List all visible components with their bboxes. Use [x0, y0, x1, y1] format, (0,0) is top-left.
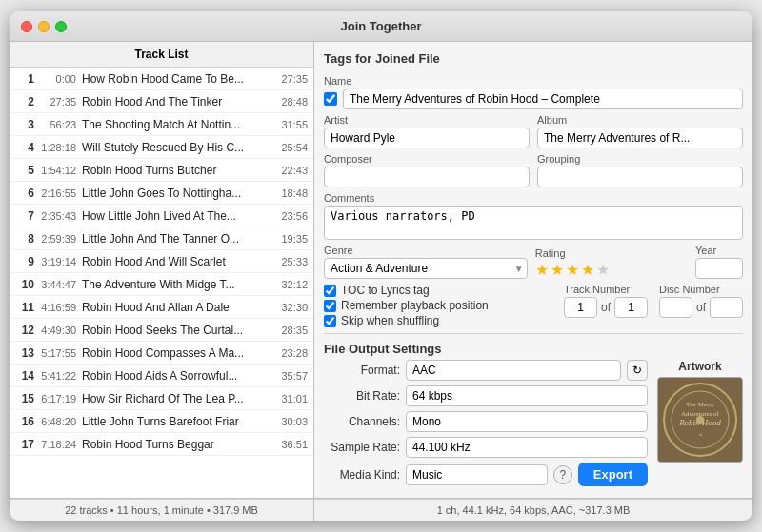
media-kind-select[interactable]: Music: [406, 464, 548, 485]
artist-input[interactable]: [324, 128, 530, 148]
composer-field-group: Composer: [324, 153, 530, 187]
track-row[interactable]: 1 0:00 How Robin Hood Came To Be... 27:3…: [10, 68, 313, 90]
bitrate-select[interactable]: 64 kbps: [406, 385, 648, 406]
track-start-time: 0:00: [34, 73, 82, 85]
output-left: Format: AAC ↻ Bit Rate:: [324, 360, 648, 491]
composer-input[interactable]: [324, 167, 530, 187]
track-duration: 23:28: [271, 347, 308, 359]
track-number: 4: [15, 141, 34, 154]
genre-select[interactable]: Action & Adventure: [324, 258, 528, 279]
track-row[interactable]: 14 5:41:22 Robin Hood Aids A Sorrowful..…: [10, 365, 313, 387]
track-row[interactable]: 4 1:28:18 Will Stutely Rescued By His C.…: [10, 136, 313, 159]
artist-album-row: Artist Album: [324, 114, 743, 148]
svg-point-7: [696, 416, 704, 424]
track-row[interactable]: 13 5:17:55 Robin Hood Compasses A Ma... …: [10, 342, 313, 365]
track-row[interactable]: 7 2:35:43 How Little John Lived At The..…: [10, 205, 313, 227]
track-title: Little John And The Tanner O...: [82, 232, 271, 246]
disc-number-label: Disc Number: [659, 284, 743, 295]
track-row[interactable]: 11 4:16:59 Robin Hood And Allan A Dale 3…: [10, 296, 313, 319]
track-row[interactable]: 15 6:17:19 How Sir Richard Of The Lea P.…: [10, 387, 313, 410]
track-number: 8: [15, 232, 34, 246]
track-row[interactable]: 8 2:59:39 Little John And The Tanner O..…: [10, 227, 313, 250]
track-start-time: 4:49:30: [34, 325, 82, 336]
skip-checkbox-item: Skip when shuffling: [324, 314, 489, 327]
rating-stars[interactable]: ★★★★★: [535, 261, 688, 279]
track-number: 13: [15, 346, 34, 360]
track-row[interactable]: 5 1:54:12 Robin Hood Turns Butcher 22:43: [10, 159, 313, 182]
sample-rate-select[interactable]: 44.100 kHz: [406, 437, 648, 458]
genre-rating-year-row: Genre Action & Adventure ▼ Rating ★★★★★: [324, 245, 743, 279]
track-title: Little John Goes To Nottingha...: [82, 187, 271, 200]
track-row[interactable]: 17 7:18:24 Robin Hood Turns Beggar 36:51: [10, 433, 313, 456]
star-empty[interactable]: ★: [596, 261, 610, 279]
artwork-image[interactable]: The Merry Adventures of Robin Hood ❧: [657, 377, 743, 463]
track-row[interactable]: 6 2:16:55 Little John Goes To Nottingha.…: [10, 182, 313, 205]
main-bottom: 22 tracks • 11 hours, 1 minute • 317.9 M…: [10, 498, 752, 521]
grouping-label: Grouping: [537, 153, 743, 165]
toc-checkbox[interactable]: [324, 285, 336, 297]
track-row[interactable]: 10 3:44:47 The Adventure With Midge T...…: [10, 273, 313, 296]
track-title: Robin Hood Turns Beggar: [82, 438, 271, 451]
track-row[interactable]: 12 4:49:30 Robin Hood Seeks The Curtal..…: [10, 319, 313, 342]
track-row[interactable]: 16 6:48:20 Little John Turns Barefoot Fr…: [10, 410, 313, 433]
checkboxes-section: TOC to Lyrics tag Remember playback posi…: [324, 284, 489, 327]
track-list-header: Track List: [10, 42, 313, 68]
bitrate-row: Bit Rate: 64 kbps: [324, 385, 648, 406]
channels-select[interactable]: Mono: [406, 411, 648, 432]
track-start-time: 3:44:47: [34, 279, 82, 290]
minimize-button[interactable]: [38, 21, 50, 32]
media-kind-select-wrap: Music: [406, 464, 548, 485]
track-row[interactable]: 9 3:19:14 Robin Hood And Will Scarlet 25…: [10, 250, 313, 273]
disc-number-group: Disc Number of: [659, 284, 743, 318]
track-disc-inputs: Track Number of Disc Number: [564, 284, 743, 318]
track-row[interactable]: 2 27:35 Robin Hood And The Tinker 28:48: [10, 90, 313, 113]
comments-textarea[interactable]: [324, 206, 743, 240]
track-title: The Shooting Match At Nottin...: [82, 118, 271, 131]
track-duration: 32:30: [271, 302, 308, 313]
rating-field-group: Rating ★★★★★: [535, 247, 688, 279]
track-number: 5: [15, 164, 34, 177]
star-filled[interactable]: ★: [566, 261, 579, 279]
format-row: Format: AAC ↻: [324, 360, 648, 381]
help-button[interactable]: ?: [553, 465, 572, 484]
name-input[interactable]: [343, 89, 743, 109]
album-input[interactable]: [537, 128, 743, 148]
grouping-field-group: Grouping: [537, 153, 743, 187]
star-filled[interactable]: ★: [551, 261, 564, 279]
disc-number-input[interactable]: [659, 297, 692, 318]
track-number-input[interactable]: [564, 297, 597, 318]
track-title: Robin Hood Compasses A Ma...: [82, 346, 271, 360]
close-button[interactable]: [21, 21, 32, 32]
remember-checkbox[interactable]: [324, 300, 336, 312]
window-title: Join Together: [341, 19, 422, 33]
format-select[interactable]: AAC: [406, 360, 621, 381]
maximize-button[interactable]: [55, 21, 67, 32]
album-label: Album: [537, 114, 743, 126]
track-number-group: Track Number of: [564, 284, 648, 318]
grouping-input[interactable]: [537, 167, 743, 187]
year-input[interactable]: [695, 258, 743, 279]
tags-section-title: Tags for Joined File: [324, 51, 743, 66]
track-of-input[interactable]: [614, 297, 648, 318]
track-list[interactable]: 1 0:00 How Robin Hood Came To Be... 27:3…: [10, 68, 313, 498]
refresh-button[interactable]: ↻: [627, 360, 648, 381]
track-duration: 18:48: [271, 187, 308, 199]
track-title: Little John Turns Barefoot Friar: [82, 415, 271, 428]
track-duration: 19:35: [271, 233, 308, 245]
star-filled[interactable]: ★: [581, 261, 594, 279]
channels-row: Channels: Mono: [324, 411, 648, 432]
name-checkbox[interactable]: [324, 92, 337, 106]
export-button[interactable]: Export: [578, 463, 648, 486]
track-start-time: 4:16:59: [34, 302, 82, 313]
format-label: Format:: [324, 364, 400, 377]
star-filled[interactable]: ★: [535, 261, 549, 279]
track-title: Robin Hood And Allan A Dale: [82, 301, 271, 314]
disc-of-input[interactable]: [710, 297, 743, 318]
skip-checkbox[interactable]: [324, 315, 336, 327]
year-label: Year: [695, 245, 743, 256]
name-label: Name: [324, 75, 743, 87]
track-row[interactable]: 3 56:23 The Shooting Match At Nottin... …: [10, 113, 313, 136]
artwork-svg: The Merry Adventures of Robin Hood ❧: [658, 378, 742, 462]
track-number: 2: [15, 95, 34, 108]
track-start-time: 6:48:20: [34, 416, 82, 427]
